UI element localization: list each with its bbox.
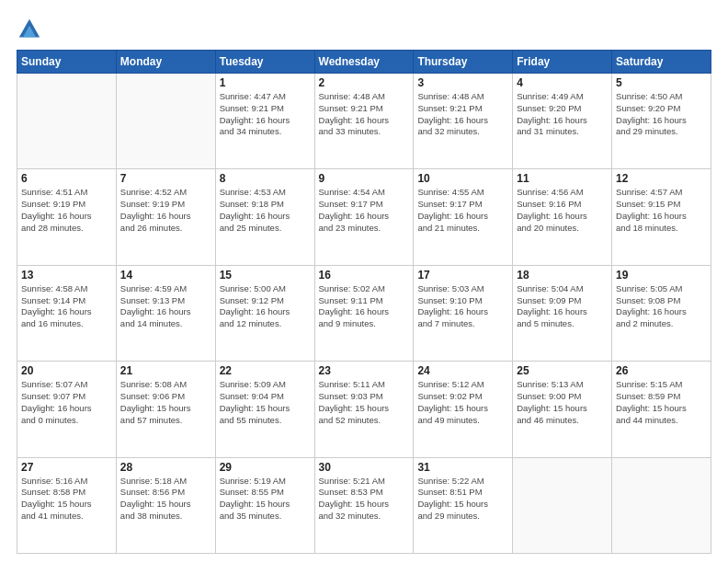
day-number: 24 xyxy=(417,364,508,377)
day-detail: Sunrise: 5:21 AM Sunset: 8:53 PM Dayligh… xyxy=(319,476,410,523)
calendar-cell: 13Sunrise: 4:58 AM Sunset: 9:14 PM Dayli… xyxy=(17,265,117,361)
day-detail: Sunrise: 5:16 AM Sunset: 8:58 PM Dayligh… xyxy=(21,476,112,523)
day-detail: Sunrise: 4:51 AM Sunset: 9:19 PM Dayligh… xyxy=(21,187,112,234)
calendar-cell: 26Sunrise: 5:15 AM Sunset: 8:59 PM Dayli… xyxy=(612,362,711,457)
day-number: 15 xyxy=(220,269,311,282)
calendar-cell: 7Sunrise: 4:52 AM Sunset: 9:19 PM Daylig… xyxy=(116,169,215,265)
day-number: 11 xyxy=(517,172,608,185)
day-number: 16 xyxy=(319,269,410,282)
calendar-cell: 5Sunrise: 4:50 AM Sunset: 9:20 PM Daylig… xyxy=(612,74,711,169)
day-number: 30 xyxy=(319,461,410,474)
day-number: 12 xyxy=(616,172,707,185)
calendar-cell: 28Sunrise: 5:18 AM Sunset: 8:56 PM Dayli… xyxy=(116,457,215,553)
calendar-week-row: 27Sunrise: 5:16 AM Sunset: 8:58 PM Dayli… xyxy=(17,457,711,553)
day-number: 6 xyxy=(21,172,112,185)
calendar-week-row: 13Sunrise: 4:58 AM Sunset: 9:14 PM Dayli… xyxy=(17,265,711,361)
day-detail: Sunrise: 4:56 AM Sunset: 9:16 PM Dayligh… xyxy=(517,187,608,234)
logo-icon xyxy=(17,17,42,42)
day-detail: Sunrise: 5:11 AM Sunset: 9:03 PM Dayligh… xyxy=(319,379,410,426)
calendar-cell: 18Sunrise: 5:04 AM Sunset: 9:09 PM Dayli… xyxy=(513,265,612,361)
calendar-cell: 23Sunrise: 5:11 AM Sunset: 9:03 PM Dayli… xyxy=(314,362,414,457)
calendar-cell: 16Sunrise: 5:02 AM Sunset: 9:11 PM Dayli… xyxy=(314,265,414,361)
day-detail: Sunrise: 5:07 AM Sunset: 9:07 PM Dayligh… xyxy=(21,379,112,426)
calendar-cell: 22Sunrise: 5:09 AM Sunset: 9:04 PM Dayli… xyxy=(215,362,314,457)
day-detail: Sunrise: 5:13 AM Sunset: 9:00 PM Dayligh… xyxy=(517,379,608,426)
logo xyxy=(17,17,46,42)
calendar-cell: 31Sunrise: 5:22 AM Sunset: 8:51 PM Dayli… xyxy=(414,457,513,553)
weekday-header-sunday: Sunday xyxy=(17,51,117,74)
day-number: 14 xyxy=(120,269,211,282)
calendar-cell: 27Sunrise: 5:16 AM Sunset: 8:58 PM Dayli… xyxy=(17,457,117,553)
calendar-cell: 11Sunrise: 4:56 AM Sunset: 9:16 PM Dayli… xyxy=(513,169,612,265)
calendar-cell xyxy=(612,457,711,553)
weekday-header-wednesday: Wednesday xyxy=(314,51,414,74)
calendar-table: SundayMondayTuesdayWednesdayThursdayFrid… xyxy=(17,50,711,554)
day-detail: Sunrise: 4:59 AM Sunset: 9:13 PM Dayligh… xyxy=(120,283,211,330)
calendar-week-row: 20Sunrise: 5:07 AM Sunset: 9:07 PM Dayli… xyxy=(17,362,711,457)
calendar-cell: 19Sunrise: 5:05 AM Sunset: 9:08 PM Dayli… xyxy=(612,265,711,361)
day-detail: Sunrise: 5:19 AM Sunset: 8:55 PM Dayligh… xyxy=(220,476,311,523)
weekday-header-friday: Friday xyxy=(513,51,612,74)
day-number: 1 xyxy=(220,76,311,89)
calendar-cell xyxy=(116,74,215,169)
day-number: 2 xyxy=(319,76,410,89)
header xyxy=(17,17,711,42)
calendar-cell: 9Sunrise: 4:54 AM Sunset: 9:17 PM Daylig… xyxy=(314,169,414,265)
day-detail: Sunrise: 5:00 AM Sunset: 9:12 PM Dayligh… xyxy=(220,283,311,330)
calendar-cell: 30Sunrise: 5:21 AM Sunset: 8:53 PM Dayli… xyxy=(314,457,414,553)
weekday-header-tuesday: Tuesday xyxy=(215,51,314,74)
day-number: 13 xyxy=(21,269,112,282)
calendar-cell: 21Sunrise: 5:08 AM Sunset: 9:06 PM Dayli… xyxy=(116,362,215,457)
calendar-cell: 15Sunrise: 5:00 AM Sunset: 9:12 PM Dayli… xyxy=(215,265,314,361)
day-number: 4 xyxy=(517,76,608,89)
day-detail: Sunrise: 4:49 AM Sunset: 9:20 PM Dayligh… xyxy=(517,91,608,138)
day-number: 8 xyxy=(220,172,311,185)
calendar-cell xyxy=(513,457,612,553)
calendar-cell: 17Sunrise: 5:03 AM Sunset: 9:10 PM Dayli… xyxy=(414,265,513,361)
day-number: 3 xyxy=(417,76,508,89)
calendar-cell: 29Sunrise: 5:19 AM Sunset: 8:55 PM Dayli… xyxy=(215,457,314,553)
day-detail: Sunrise: 4:48 AM Sunset: 9:21 PM Dayligh… xyxy=(417,91,508,138)
day-detail: Sunrise: 5:09 AM Sunset: 9:04 PM Dayligh… xyxy=(220,379,311,426)
day-number: 28 xyxy=(120,461,211,474)
weekday-header-saturday: Saturday xyxy=(612,51,711,74)
calendar-cell: 1Sunrise: 4:47 AM Sunset: 9:21 PM Daylig… xyxy=(215,74,314,169)
calendar-cell: 8Sunrise: 4:53 AM Sunset: 9:18 PM Daylig… xyxy=(215,169,314,265)
weekday-header-thursday: Thursday xyxy=(414,51,513,74)
day-number: 23 xyxy=(319,364,410,377)
weekday-header-monday: Monday xyxy=(116,51,215,74)
calendar-cell: 20Sunrise: 5:07 AM Sunset: 9:07 PM Dayli… xyxy=(17,362,117,457)
day-number: 31 xyxy=(417,461,508,474)
day-number: 21 xyxy=(120,364,211,377)
day-detail: Sunrise: 4:53 AM Sunset: 9:18 PM Dayligh… xyxy=(220,187,311,234)
calendar-cell: 2Sunrise: 4:48 AM Sunset: 9:21 PM Daylig… xyxy=(314,74,414,169)
calendar-cell: 6Sunrise: 4:51 AM Sunset: 9:19 PM Daylig… xyxy=(17,169,117,265)
day-number: 22 xyxy=(220,364,311,377)
day-detail: Sunrise: 5:02 AM Sunset: 9:11 PM Dayligh… xyxy=(319,283,410,330)
day-detail: Sunrise: 4:47 AM Sunset: 9:21 PM Dayligh… xyxy=(220,91,311,138)
calendar-week-row: 1Sunrise: 4:47 AM Sunset: 9:21 PM Daylig… xyxy=(17,74,711,169)
day-detail: Sunrise: 4:54 AM Sunset: 9:17 PM Dayligh… xyxy=(319,187,410,234)
page: SundayMondayTuesdayWednesdayThursdayFrid… xyxy=(0,0,728,563)
day-detail: Sunrise: 4:50 AM Sunset: 9:20 PM Dayligh… xyxy=(616,91,707,138)
day-detail: Sunrise: 4:52 AM Sunset: 9:19 PM Dayligh… xyxy=(120,187,211,234)
day-number: 5 xyxy=(616,76,707,89)
day-number: 17 xyxy=(417,269,508,282)
day-detail: Sunrise: 5:18 AM Sunset: 8:56 PM Dayligh… xyxy=(120,476,211,523)
day-number: 20 xyxy=(21,364,112,377)
calendar-cell: 25Sunrise: 5:13 AM Sunset: 9:00 PM Dayli… xyxy=(513,362,612,457)
day-detail: Sunrise: 5:12 AM Sunset: 9:02 PM Dayligh… xyxy=(417,379,508,426)
day-number: 29 xyxy=(220,461,311,474)
calendar-header-row: SundayMondayTuesdayWednesdayThursdayFrid… xyxy=(17,51,711,74)
day-number: 9 xyxy=(319,172,410,185)
calendar-cell: 4Sunrise: 4:49 AM Sunset: 9:20 PM Daylig… xyxy=(513,74,612,169)
day-detail: Sunrise: 4:55 AM Sunset: 9:17 PM Dayligh… xyxy=(417,187,508,234)
day-detail: Sunrise: 4:57 AM Sunset: 9:15 PM Dayligh… xyxy=(616,187,707,234)
day-number: 27 xyxy=(21,461,112,474)
day-number: 25 xyxy=(517,364,608,377)
calendar-cell: 14Sunrise: 4:59 AM Sunset: 9:13 PM Dayli… xyxy=(116,265,215,361)
calendar-cell: 3Sunrise: 4:48 AM Sunset: 9:21 PM Daylig… xyxy=(414,74,513,169)
calendar-cell: 10Sunrise: 4:55 AM Sunset: 9:17 PM Dayli… xyxy=(414,169,513,265)
day-number: 26 xyxy=(616,364,707,377)
day-number: 10 xyxy=(417,172,508,185)
